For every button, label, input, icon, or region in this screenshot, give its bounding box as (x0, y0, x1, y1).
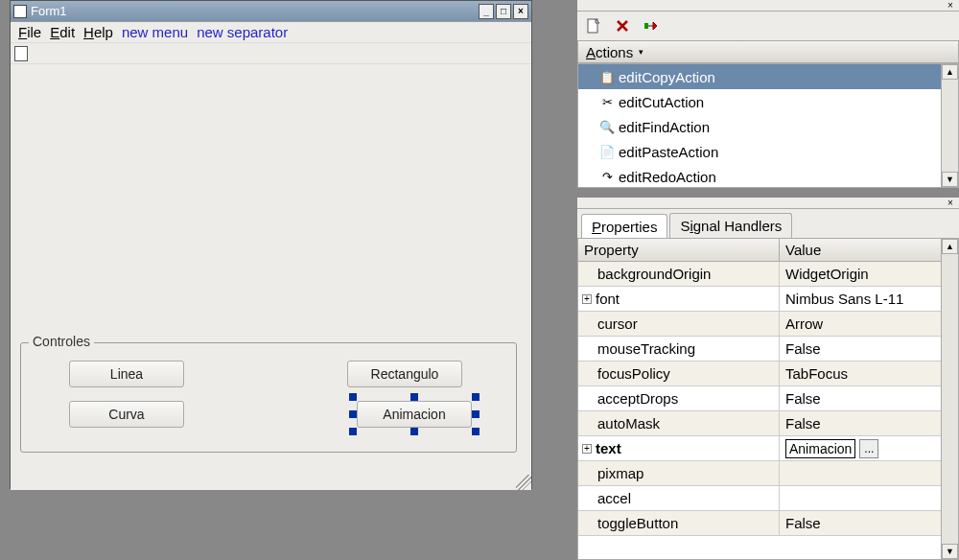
property-value: TabFocus (785, 365, 848, 382)
window-icon (13, 5, 27, 18)
property-tabs: Properties Signal Handlers (577, 209, 959, 238)
actions-list: 📋editCopyAction✂editCutAction🔍editFindAc… (577, 63, 959, 188)
menu-file[interactable]: File (15, 24, 44, 40)
property-name: mouseTracking (597, 340, 695, 357)
chevron-down-icon: ▾ (639, 47, 643, 57)
action-item[interactable]: 🔍editFindAction (578, 114, 958, 139)
form-toolbar (11, 43, 531, 64)
actions-toolbar (577, 12, 959, 40)
action-item[interactable]: 📋editCopyAction (578, 64, 958, 89)
new-separator-placeholder[interactable]: new separator (194, 24, 291, 40)
form-canvas[interactable]: Controles Linea Curva Rectangulo Animaci… (11, 64, 531, 490)
action-label: editRedoAction (619, 169, 716, 185)
action-label: editCutAction (619, 94, 704, 110)
actions-header[interactable]: Actions ▾ (577, 40, 959, 63)
property-value: WidgetOrigin (785, 266, 869, 282)
props-panel-header: × (577, 198, 959, 209)
groupbox-legend: Controles (29, 334, 94, 349)
property-value: False (785, 515, 821, 531)
button-linea[interactable]: Linea (69, 361, 184, 387)
tab-properties[interactable]: Properties (581, 214, 667, 239)
minimize-button[interactable]: _ (479, 4, 494, 19)
expand-icon[interactable]: + (582, 294, 592, 304)
action-label: editPasteAction (619, 144, 718, 160)
property-name: accel (597, 490, 631, 506)
scrollbar[interactable]: ▲ ▼ (941, 64, 958, 187)
action-icon: 📋 (599, 69, 615, 84)
menu-help[interactable]: Help (81, 24, 116, 40)
header-value[interactable]: Value (780, 239, 958, 261)
new-action-icon[interactable] (585, 17, 602, 35)
button-curva[interactable]: Curva (69, 401, 184, 428)
property-row[interactable]: backgroundOriginWidgetOrigin (578, 262, 958, 287)
property-grid: Property Value backgroundOriginWidgetOri… (577, 238, 959, 560)
property-name: focusPolicy (597, 365, 670, 382)
action-item[interactable]: 📄editPasteAction (578, 139, 958, 164)
maximize-button[interactable]: □ (496, 4, 511, 19)
form-designer-window: Form1 _ □ × File Edit Help new menu new … (10, 0, 532, 489)
titlebar[interactable]: Form1 _ □ × (11, 1, 531, 22)
svg-rect-1 (644, 23, 648, 29)
property-row[interactable]: +textAnimacion... (578, 436, 958, 461)
property-name: autoMask (597, 415, 660, 432)
close-icon[interactable]: × (946, 198, 955, 208)
close-icon[interactable]: × (946, 1, 955, 11)
property-value: False (785, 415, 821, 432)
scroll-down-button[interactable]: ▼ (942, 544, 958, 559)
property-row[interactable]: pixmap (578, 461, 958, 486)
property-name: cursor (597, 315, 638, 332)
new-menu-placeholder[interactable]: new menu (119, 24, 191, 40)
property-grid-header: Property Value (578, 239, 958, 262)
property-name: font (596, 291, 620, 307)
property-row[interactable]: +fontNimbus Sans L-11 (578, 287, 958, 312)
resize-grip[interactable] (516, 475, 531, 490)
scroll-up-button[interactable]: ▲ (942, 64, 958, 80)
action-icon: 📄 (599, 144, 615, 159)
action-icon: ↷ (599, 169, 615, 184)
property-value: Arrow (785, 315, 823, 332)
delete-action-icon[interactable] (614, 17, 631, 35)
property-name: text (596, 440, 621, 456)
tab-signal-handlers[interactable]: Signal Handlers (669, 213, 792, 238)
scroll-down-button[interactable]: ▼ (942, 172, 958, 187)
property-name: toggleButton (597, 515, 678, 531)
controls-groupbox[interactable]: Controles Linea Curva Rectangulo Animaci… (20, 342, 517, 453)
button-animacion[interactable]: Animacion (357, 401, 472, 428)
new-page-icon[interactable] (14, 46, 28, 61)
button-rectangulo[interactable]: Rectangulo (347, 361, 462, 387)
property-row[interactable]: focusPolicyTabFocus (578, 362, 958, 386)
property-name: pixmap (597, 465, 643, 481)
property-row[interactable]: acceptDropsFalse (578, 386, 958, 411)
property-name: backgroundOrigin (597, 266, 711, 282)
action-icon: ✂ (599, 94, 615, 109)
actions-panel-header: × (577, 0, 959, 12)
scrollbar[interactable]: ▲ ▼ (941, 239, 958, 559)
action-icon: 🔍 (599, 119, 615, 134)
property-row[interactable]: cursorArrow (578, 312, 958, 337)
connect-action-icon[interactable] (643, 17, 660, 35)
property-row[interactable]: toggleButtonFalse (578, 511, 958, 536)
property-row[interactable]: accel (578, 486, 958, 511)
menubar: File Edit Help new menu new separator (11, 22, 531, 43)
close-button[interactable]: × (513, 4, 528, 19)
ellipsis-button[interactable]: ... (859, 439, 878, 458)
right-panel: × Actions ▾ 📋editCopyAction✂editCutActio… (577, 0, 959, 560)
window-title: Form1 (31, 4, 67, 18)
action-label: editCopyAction (619, 69, 715, 85)
property-row[interactable]: mouseTrackingFalse (578, 337, 958, 362)
property-value: False (785, 390, 821, 407)
property-value-input[interactable]: Animacion (785, 439, 855, 458)
header-property[interactable]: Property (578, 239, 780, 261)
menu-edit[interactable]: Edit (47, 24, 78, 40)
scroll-up-button[interactable]: ▲ (942, 239, 958, 254)
panel-divider[interactable] (577, 188, 959, 198)
action-label: editFindAction (619, 119, 710, 135)
action-item[interactable]: ↷editRedoAction (578, 164, 958, 188)
property-value: False (785, 340, 821, 357)
property-row[interactable]: autoMaskFalse (578, 411, 958, 436)
property-value: Nimbus Sans L-11 (785, 291, 903, 307)
property-name: acceptDrops (597, 390, 678, 407)
action-item[interactable]: ✂editCutAction (578, 89, 958, 114)
expand-icon[interactable]: + (582, 444, 592, 454)
